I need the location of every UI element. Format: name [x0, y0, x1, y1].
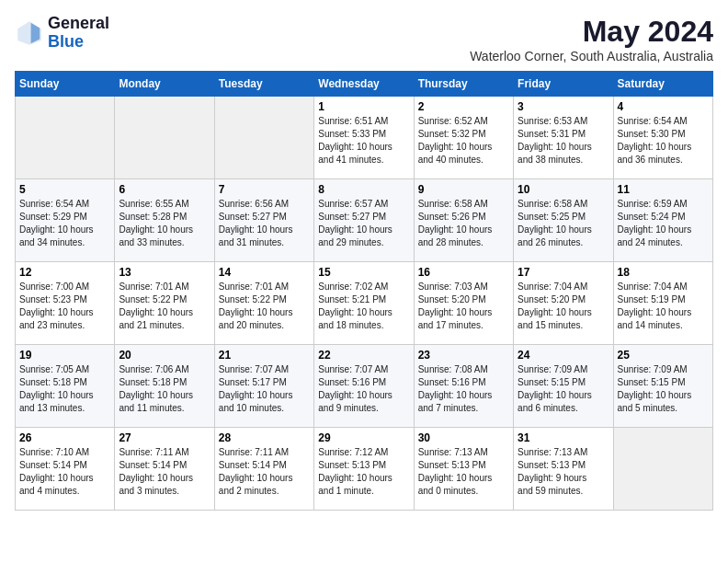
calendar-cell: 28Sunrise: 7:11 AM Sunset: 5:14 PM Dayli… — [214, 428, 313, 511]
day-info: Sunrise: 7:01 AM Sunset: 5:22 PM Dayligh… — [219, 281, 310, 332]
day-number: 9 — [418, 183, 509, 196]
month-title: May 2024 — [470, 15, 713, 49]
day-info: Sunrise: 7:00 AM Sunset: 5:23 PM Dayligh… — [19, 281, 110, 332]
day-info: Sunrise: 7:04 AM Sunset: 5:19 PM Dayligh… — [618, 281, 709, 332]
day-number: 8 — [318, 183, 409, 196]
day-info: Sunrise: 7:08 AM Sunset: 5:16 PM Dayligh… — [418, 363, 509, 415]
day-number: 3 — [518, 100, 609, 113]
calendar-cell: 13Sunrise: 7:01 AM Sunset: 5:22 PM Dayli… — [115, 262, 214, 345]
calendar-week-3: 12Sunrise: 7:00 AM Sunset: 5:23 PM Dayli… — [16, 262, 713, 345]
calendar-table: SundayMondayTuesdayWednesdayThursdayFrid… — [15, 71, 713, 511]
day-number: 20 — [119, 349, 210, 362]
calendar-cell: 29Sunrise: 7:12 AM Sunset: 5:13 PM Dayli… — [314, 428, 414, 511]
calendar-cell: 30Sunrise: 7:13 AM Sunset: 5:13 PM Dayli… — [414, 428, 513, 511]
calendar-cell: 9Sunrise: 6:58 AM Sunset: 5:26 PM Daylig… — [414, 179, 513, 262]
day-number: 4 — [618, 100, 709, 113]
day-info: Sunrise: 6:51 AM Sunset: 5:33 PM Dayligh… — [318, 115, 409, 167]
day-number: 21 — [219, 349, 310, 362]
calendar-cell: 4Sunrise: 6:54 AM Sunset: 5:30 PM Daylig… — [613, 97, 712, 179]
calendar-week-2: 5Sunrise: 6:54 AM Sunset: 5:29 PM Daylig… — [16, 179, 713, 262]
day-number: 26 — [19, 431, 110, 444]
calendar-cell: 26Sunrise: 7:10 AM Sunset: 5:14 PM Dayli… — [16, 428, 115, 511]
day-info: Sunrise: 7:06 AM Sunset: 5:18 PM Dayligh… — [119, 363, 210, 415]
day-number: 6 — [119, 183, 210, 196]
calendar-cell: 31Sunrise: 7:13 AM Sunset: 5:13 PM Dayli… — [514, 428, 613, 511]
title-block: May 2024 Waterloo Corner, South Australi… — [470, 15, 713, 63]
day-info: Sunrise: 6:57 AM Sunset: 5:27 PM Dayligh… — [318, 198, 409, 249]
calendar-cell: 14Sunrise: 7:01 AM Sunset: 5:22 PM Dayli… — [214, 262, 313, 345]
calendar-cell — [16, 97, 115, 179]
calendar-cell: 11Sunrise: 6:59 AM Sunset: 5:24 PM Dayli… — [613, 179, 712, 262]
calendar-cell: 17Sunrise: 7:04 AM Sunset: 5:20 PM Dayli… — [514, 262, 613, 345]
day-header-saturday: Saturday — [613, 72, 712, 97]
day-number: 15 — [318, 266, 409, 279]
day-number: 12 — [19, 266, 110, 279]
calendar-cell: 15Sunrise: 7:02 AM Sunset: 5:21 PM Dayli… — [314, 262, 414, 345]
calendar-cell — [613, 428, 712, 511]
calendar-cell: 2Sunrise: 6:52 AM Sunset: 5:32 PM Daylig… — [414, 97, 513, 179]
logo: General Blue — [15, 15, 109, 52]
day-info: Sunrise: 7:12 AM Sunset: 5:13 PM Dayligh… — [318, 446, 409, 498]
day-header-tuesday: Tuesday — [214, 72, 313, 97]
day-info: Sunrise: 7:10 AM Sunset: 5:14 PM Dayligh… — [19, 446, 110, 498]
calendar-cell — [115, 97, 214, 179]
calendar-cell: 7Sunrise: 6:56 AM Sunset: 5:27 PM Daylig… — [214, 179, 313, 262]
day-number: 16 — [418, 266, 509, 279]
day-header-friday: Friday — [514, 72, 613, 97]
day-number: 29 — [318, 431, 409, 444]
logo-general: General — [48, 14, 109, 32]
day-info: Sunrise: 7:07 AM Sunset: 5:16 PM Dayligh… — [318, 363, 409, 415]
calendar-cell: 12Sunrise: 7:00 AM Sunset: 5:23 PM Dayli… — [16, 262, 115, 345]
calendar-cell: 10Sunrise: 6:58 AM Sunset: 5:25 PM Dayli… — [514, 179, 613, 262]
day-info: Sunrise: 6:58 AM Sunset: 5:26 PM Dayligh… — [418, 198, 509, 249]
day-info: Sunrise: 6:54 AM Sunset: 5:30 PM Dayligh… — [618, 115, 709, 167]
day-info: Sunrise: 7:03 AM Sunset: 5:20 PM Dayligh… — [418, 281, 509, 332]
day-number: 13 — [119, 266, 210, 279]
calendar-cell: 5Sunrise: 6:54 AM Sunset: 5:29 PM Daylig… — [16, 179, 115, 262]
day-number: 25 — [618, 349, 709, 362]
calendar-cell: 25Sunrise: 7:09 AM Sunset: 5:15 PM Dayli… — [613, 345, 712, 428]
day-info: Sunrise: 6:54 AM Sunset: 5:29 PM Dayligh… — [19, 198, 110, 249]
day-number: 2 — [418, 100, 509, 113]
day-number: 28 — [219, 431, 310, 444]
calendar-cell: 21Sunrise: 7:07 AM Sunset: 5:17 PM Dayli… — [214, 345, 313, 428]
day-number: 17 — [518, 266, 609, 279]
location-title: Waterloo Corner, South Australia, Austra… — [470, 49, 713, 63]
day-info: Sunrise: 6:56 AM Sunset: 5:27 PM Dayligh… — [219, 198, 310, 249]
day-info: Sunrise: 6:55 AM Sunset: 5:28 PM Dayligh… — [119, 198, 210, 249]
day-info: Sunrise: 7:13 AM Sunset: 5:13 PM Dayligh… — [518, 446, 609, 498]
calendar-week-1: 1Sunrise: 6:51 AM Sunset: 5:33 PM Daylig… — [16, 97, 713, 179]
day-number: 18 — [618, 266, 709, 279]
day-header-monday: Monday — [115, 72, 214, 97]
calendar-cell: 20Sunrise: 7:06 AM Sunset: 5:18 PM Dayli… — [115, 345, 214, 428]
day-number: 19 — [19, 349, 110, 362]
day-number: 22 — [318, 349, 409, 362]
calendar-week-4: 19Sunrise: 7:05 AM Sunset: 5:18 PM Dayli… — [16, 345, 713, 428]
day-number: 7 — [219, 183, 310, 196]
calendar-cell: 8Sunrise: 6:57 AM Sunset: 5:27 PM Daylig… — [314, 179, 414, 262]
day-info: Sunrise: 6:52 AM Sunset: 5:32 PM Dayligh… — [418, 115, 509, 167]
calendar-cell: 23Sunrise: 7:08 AM Sunset: 5:16 PM Dayli… — [414, 345, 513, 428]
day-number: 27 — [119, 431, 210, 444]
day-number: 23 — [418, 349, 509, 362]
day-info: Sunrise: 7:04 AM Sunset: 5:20 PM Dayligh… — [518, 281, 609, 332]
calendar-cell: 22Sunrise: 7:07 AM Sunset: 5:16 PM Dayli… — [314, 345, 414, 428]
calendar-cell: 6Sunrise: 6:55 AM Sunset: 5:28 PM Daylig… — [115, 179, 214, 262]
day-number: 5 — [19, 183, 110, 196]
day-header-sunday: Sunday — [16, 72, 115, 97]
calendar-cell: 18Sunrise: 7:04 AM Sunset: 5:19 PM Dayli… — [613, 262, 712, 345]
day-number: 14 — [219, 266, 310, 279]
calendar-cell: 16Sunrise: 7:03 AM Sunset: 5:20 PM Dayli… — [414, 262, 513, 345]
day-header-thursday: Thursday — [414, 72, 513, 97]
day-info: Sunrise: 7:01 AM Sunset: 5:22 PM Dayligh… — [119, 281, 210, 332]
day-info: Sunrise: 7:09 AM Sunset: 5:15 PM Dayligh… — [618, 363, 709, 415]
calendar-cell: 24Sunrise: 7:09 AM Sunset: 5:15 PM Dayli… — [514, 345, 613, 428]
day-info: Sunrise: 7:13 AM Sunset: 5:13 PM Dayligh… — [418, 446, 509, 498]
day-header-wednesday: Wednesday — [314, 72, 414, 97]
logo-text: General Blue — [48, 15, 109, 52]
calendar-cell — [214, 97, 313, 179]
logo-icon — [15, 18, 44, 48]
calendar-week-5: 26Sunrise: 7:10 AM Sunset: 5:14 PM Dayli… — [16, 428, 713, 511]
calendar-cell: 3Sunrise: 6:53 AM Sunset: 5:31 PM Daylig… — [514, 97, 613, 179]
day-info: Sunrise: 6:58 AM Sunset: 5:25 PM Dayligh… — [518, 198, 609, 249]
